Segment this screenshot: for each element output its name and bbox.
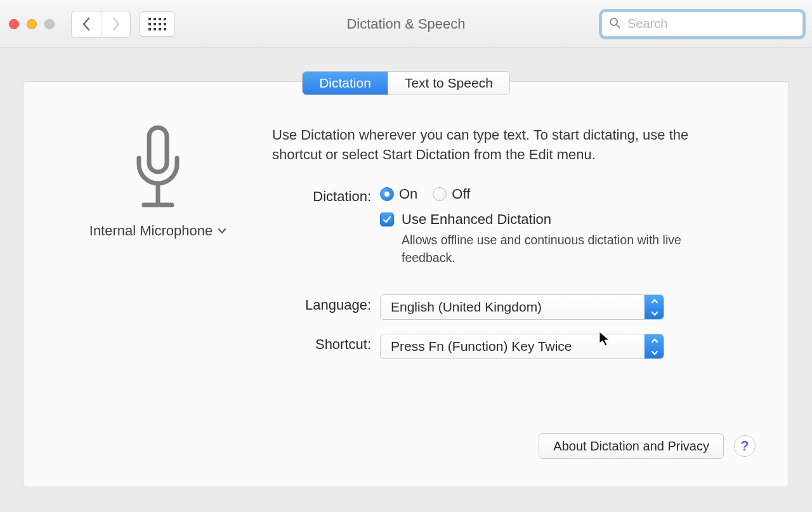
shortcut-popup[interactable]: Press Fn (Function) Key Twice [380, 334, 664, 359]
zoom-button [44, 19, 55, 29]
radio-on-label: On [399, 186, 417, 202]
radio-on-icon [380, 187, 394, 201]
shortcut-value: Press Fn (Function) Key Twice [391, 339, 572, 354]
forward-button [101, 11, 130, 37]
intro-text: Use Dictation wherever you can type text… [272, 125, 729, 164]
segmented-control: Dictation Text to Speech [302, 71, 510, 95]
shortcut-row-label: Shortcut: [272, 334, 380, 353]
footer-row: About Dictation and Privacy ? [539, 433, 756, 459]
panel: Internal Microphone Use Dictation wherev… [23, 81, 789, 487]
titlebar: Dictation & Speech [0, 0, 812, 48]
content: Dictation Text to Speech Internal Microp… [0, 48, 812, 512]
radio-off-label: Off [452, 186, 470, 202]
nav-buttons [71, 11, 131, 37]
close-button[interactable] [9, 19, 19, 29]
checkbox-checked-icon [380, 213, 394, 226]
enhanced-dictation-help: Allows offline use and continuous dictat… [402, 232, 693, 266]
about-privacy-button[interactable]: About Dictation and Privacy [539, 433, 724, 459]
chevron-right-icon [112, 17, 121, 31]
search-input[interactable] [601, 11, 803, 37]
chevron-down-icon [218, 225, 226, 237]
show-all-button[interactable] [140, 11, 175, 37]
enhanced-dictation-label: Use Enhanced Dictation [402, 211, 551, 228]
language-value: English (United Kingdom) [391, 299, 542, 315]
popup-arrows-icon [645, 295, 664, 319]
language-row-label: Language: [272, 294, 380, 313]
traffic-lights [9, 19, 55, 29]
language-popup[interactable]: English (United Kingdom) [380, 294, 664, 320]
help-button[interactable]: ? [734, 435, 756, 457]
search-wrap [601, 11, 803, 37]
enhanced-dictation-checkbox[interactable]: Use Enhanced Dictation [380, 211, 756, 228]
radio-off-icon [433, 187, 447, 201]
settings-column: Use Dictation wherever you can type text… [272, 125, 756, 368]
tab-text-to-speech[interactable]: Text to Speech [388, 72, 509, 95]
microphone-label: Internal Microphone [89, 223, 213, 239]
popup-arrows-icon [645, 334, 664, 358]
svg-line-1 [617, 25, 620, 28]
dictation-off-radio[interactable]: Off [433, 186, 470, 202]
svg-rect-2 [149, 128, 167, 172]
dictation-row-label: Dictation: [272, 186, 380, 205]
microphone-icon [130, 125, 186, 214]
search-icon [609, 17, 620, 31]
microphone-column: Internal Microphone [56, 125, 259, 368]
back-button[interactable] [72, 11, 101, 37]
chevron-left-icon [82, 17, 91, 31]
minimize-button[interactable] [27, 19, 37, 29]
microphone-select[interactable]: Internal Microphone [89, 223, 226, 239]
tab-control: Dictation Text to Speech [23, 71, 789, 95]
dictation-on-radio[interactable]: On [380, 186, 417, 202]
tab-dictation[interactable]: Dictation [303, 72, 388, 95]
